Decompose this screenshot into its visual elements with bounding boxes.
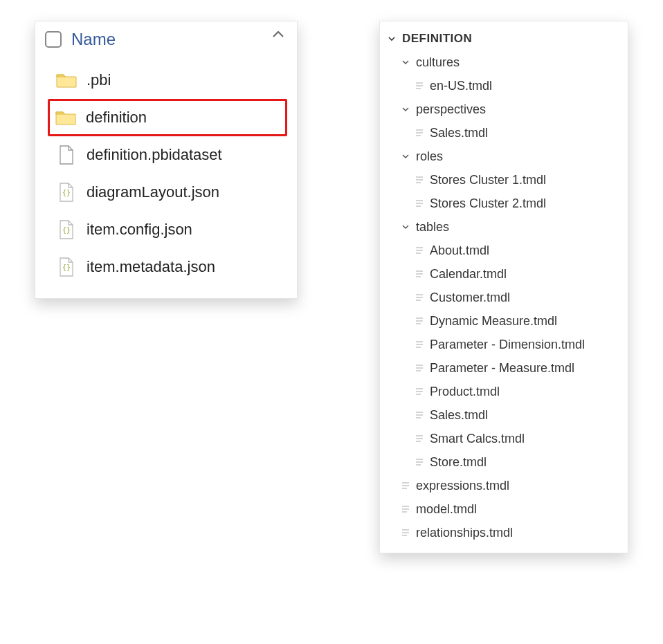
file-label: .pbi [87,71,111,89]
tree-file-label: en-US.tmdl [430,79,492,93]
tree-file[interactable]: About.tmdl [385,239,622,262]
tree-file-label: Store.tmdl [430,455,487,470]
tree-file[interactable]: en-US.tmdl [385,74,622,98]
tree-file[interactable]: Parameter - Measure.tmdl [385,356,622,380]
tree-folder-tables[interactable]: tables [385,215,622,239]
chevron-down-icon [385,35,398,43]
tree-folder-label: roles [416,149,443,164]
sort-arrow-icon[interactable] [272,30,284,38]
svg-text:{}: {} [62,264,71,271]
file-lines-icon [413,246,426,255]
tree-folder-label: tables [416,220,449,234]
file-row-item-config-json[interactable]: {}item.config.json [52,211,287,248]
file-label: definition [86,109,147,127]
file-label: item.config.json [87,221,192,239]
file-list-header: Name [35,26,297,56]
svg-text:{}: {} [62,189,71,196]
file-lines-icon [399,528,412,537]
tree-file[interactable]: Sales.tmdl [385,403,622,427]
tree-file-label: Product.tmdl [430,385,500,399]
tree-file-label: Stores Cluster 1.tmdl [430,173,546,187]
tree-file-label: Sales.tmdl [430,126,488,140]
tree-folder-roles[interactable]: roles [385,145,622,168]
tree-file-label: Customer.tmdl [430,291,510,305]
tree-file[interactable]: Parameter - Dimension.tmdl [385,333,622,356]
file-row-definition-pbidataset[interactable]: definition.pbidataset [52,136,287,174]
tree-file-label: Parameter - Dimension.tmdl [430,338,585,352]
file-lines-icon [413,199,426,208]
file-row-definition[interactable]: definition [48,99,287,136]
file-icon [55,145,78,165]
tree-root-label: DEFINITION [402,32,472,46]
tree-file[interactable]: expressions.tmdl [385,474,622,497]
tree-folder-label: cultures [416,55,460,70]
file-label: diagramLayout.json [87,183,219,201]
select-all-checkbox[interactable] [45,31,62,48]
file-lines-icon [413,81,426,91]
tree-file-label: Stores Cluster 2.tmdl [430,196,546,211]
tree-file[interactable]: Stores Cluster 1.tmdl [385,168,622,192]
tree-file-label: model.tmdl [416,502,477,517]
tree-file[interactable]: Customer.tmdl [385,286,622,309]
tree-file[interactable]: Product.tmdl [385,380,622,403]
tree-file[interactable]: Dynamic Measure.tmdl [385,309,622,333]
file-row-diagramlayout-json[interactable]: {}diagramLayout.json [52,174,287,211]
tree-file[interactable]: Store.tmdl [385,450,622,474]
chevron-down-icon [399,223,412,231]
file-label: definition.pbidataset [87,146,222,164]
file-row-item-metadata-json[interactable]: {}item.metadata.json [52,248,287,286]
json-file-icon: {} [55,257,78,277]
tree-folder-cultures[interactable]: cultures [385,50,622,74]
tree-root[interactable]: DEFINITION [385,27,622,50]
tree-file[interactable]: model.tmdl [385,497,622,521]
file-lines-icon [413,293,426,302]
json-file-icon: {} [55,183,78,202]
tree-file-label: Smart Calcs.tmdl [430,432,525,446]
json-file-icon: {} [55,220,78,239]
tree-file-label: Calendar.tmdl [430,267,507,282]
tree-file-label: relationships.tmdl [416,526,513,540]
tree-panel: DEFINITION culturesen-US.tmdlperspective… [379,21,628,553]
file-lines-icon [413,316,426,326]
file-lines-icon [413,175,426,185]
folder-icon [55,72,78,89]
tree-file-label: expressions.tmdl [416,479,509,493]
tree-file[interactable]: Calendar.tmdl [385,262,622,286]
folder-icon [54,109,78,126]
file-row--pbi[interactable]: .pbi [52,62,287,99]
chevron-down-icon [399,152,412,160]
tree-file-label: Sales.tmdl [430,408,488,423]
column-header-name[interactable]: Name [71,30,116,49]
file-lines-icon [413,387,426,396]
svg-text:{}: {} [62,226,71,234]
chevron-down-icon [399,58,412,66]
file-lines-icon [399,504,412,514]
tree-folder-label: perspectives [416,102,486,117]
file-lines-icon [413,128,426,138]
tree-file-label: About.tmdl [430,243,489,258]
tree-file[interactable]: Smart Calcs.tmdl [385,427,622,450]
tree-file-label: Parameter - Measure.tmdl [430,361,574,376]
tree-file[interactable]: Sales.tmdl [385,121,622,145]
file-lines-icon [413,363,426,373]
file-lines-icon [413,410,426,420]
file-label: item.metadata.json [87,258,215,276]
file-lines-icon [413,269,426,279]
tree-file-label: Dynamic Measure.tmdl [430,314,557,329]
file-lines-icon [399,481,412,490]
tree-file[interactable]: Stores Cluster 2.tmdl [385,192,622,215]
file-list-panel: Name .pbidefinitiondefinition.pbidataset… [35,21,298,299]
tree-file[interactable]: relationships.tmdl [385,521,622,544]
file-lines-icon [413,457,426,467]
file-lines-icon [413,340,426,349]
tree-folder-perspectives[interactable]: perspectives [385,98,622,121]
chevron-down-icon [399,105,412,113]
file-lines-icon [413,434,426,443]
